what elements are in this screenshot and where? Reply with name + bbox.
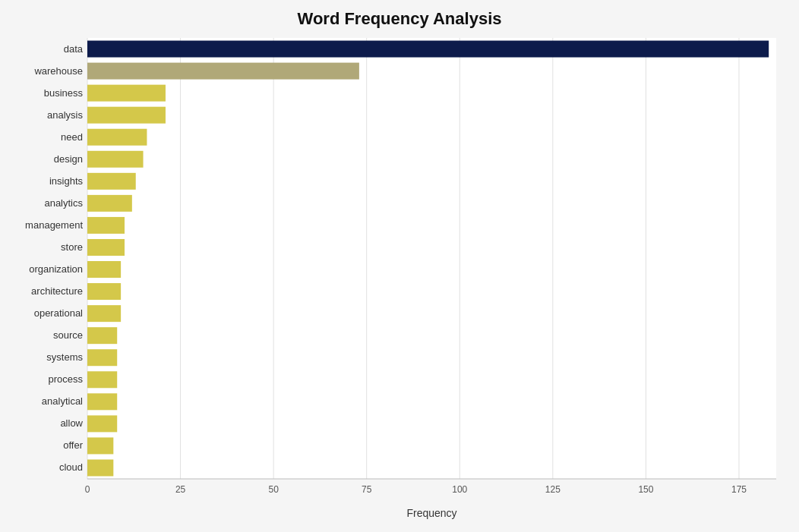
x-tick-label: 175 [731,484,747,495]
bar-systems [87,349,117,366]
bar-insights [87,173,136,190]
y-label-organization: organization [29,263,83,275]
x-tick-label: 50 [268,484,279,495]
bar-data [87,41,769,58]
y-label-analytics: analytics [44,197,83,209]
y-label-warehouse: warehouse [33,65,83,77]
svg-rect-1 [87,38,776,479]
bar-warehouse [87,63,359,80]
y-label-source: source [53,329,83,341]
y-label-systems: systems [46,351,83,363]
bar-management [87,217,125,234]
y-label-business: business [44,87,84,99]
bar-analysis [87,107,166,124]
y-label-analysis: analysis [47,109,83,121]
y-label-design: design [54,153,83,165]
y-label-data: data [64,43,84,55]
y-label-cloud: cloud [59,461,83,473]
bar-analytical [87,393,117,410]
bar-offer [87,437,113,454]
y-label-need: need [61,131,83,143]
bar-business [87,85,166,102]
x-tick-label: 0 [85,484,90,495]
x-tick-label: 100 [452,484,467,495]
bar-need [87,129,147,146]
x-tick-label: 125 [545,484,561,495]
y-label-architecture: architecture [31,285,83,297]
x-tick-label: 150 [638,484,653,495]
chart-title: Word Frequency Analysis [298,9,502,28]
bar-process [87,371,117,388]
y-label-offer: offer [63,439,83,451]
bar-design [87,151,144,168]
x-tick-label: 75 [362,484,372,495]
y-label-operational: operational [34,307,83,319]
bar-organization [87,261,121,278]
y-label-store: store [61,241,83,253]
y-label-analytical: analytical [42,395,83,407]
x-axis-label: Frequency [406,507,456,519]
chart-container: Word Frequency Analysis02550751001251501… [0,0,799,532]
bar-allow [87,415,117,432]
bar-architecture [87,283,121,300]
bar-operational [87,305,121,322]
y-label-management: management [25,219,83,231]
y-label-insights: insights [49,175,84,187]
y-label-allow: allow [60,417,83,429]
bar-store [87,239,125,256]
x-tick-label: 25 [175,484,186,495]
bar-analytics [87,195,132,212]
bar-cloud [87,459,113,476]
bar-source [87,327,117,344]
y-label-process: process [48,373,83,385]
